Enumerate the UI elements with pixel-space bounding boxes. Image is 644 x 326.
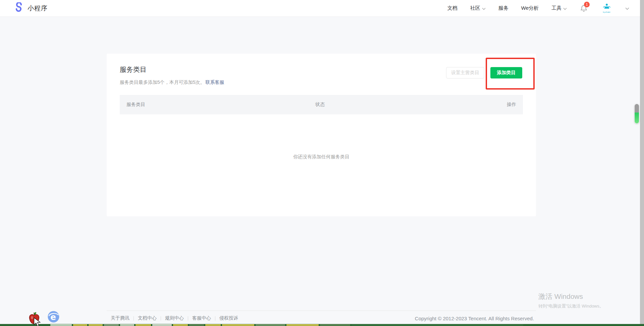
nav-menu: 文档 社区 服务 We分析 工具 1: [447, 3, 629, 13]
add-category-button[interactable]: 添加类目: [490, 67, 522, 78]
empty-state-text: 你还没有添加任何服务类目: [120, 154, 523, 160]
background-window-strip: [0, 324, 644, 326]
strip-segment: [50, 324, 72, 326]
set-main-category-button[interactable]: 设置主营类目: [446, 67, 484, 78]
strip-segment: [320, 324, 350, 326]
scroll-progress-indicator[interactable]: [635, 104, 639, 123]
chevron-down-icon: [563, 5, 567, 11]
description-text: 服务类目最多添加5个，本月可添加5次。: [120, 79, 205, 85]
nav-item-docs[interactable]: 文档: [447, 5, 458, 11]
avatar-account-name: kychakr: [603, 11, 611, 13]
strip-segment: [286, 324, 319, 326]
category-table: 服务类目 状态 操作 你还没有添加任何服务类目: [120, 95, 523, 160]
nav-item-community[interactable]: 社区: [470, 5, 486, 11]
panel-header: 服务类目 服务类目最多添加5个，本月可添加5次。联系客服 设置主营类目 添加类目: [107, 54, 536, 86]
nav-item-services[interactable]: 服务: [498, 5, 508, 11]
brand[interactable]: 小程序: [13, 2, 48, 14]
mini-program-logo-icon: [13, 2, 24, 14]
nav-label: 文档: [447, 5, 458, 11]
strip-segment: [222, 324, 254, 326]
strip-segment: [89, 324, 103, 326]
service-category-panel: 服务类目 服务类目最多添加5个，本月可添加5次。联系客服 设置主营类目 添加类目…: [107, 54, 536, 216]
internet-explorer-icon[interactable]: e: [48, 311, 59, 324]
mouse-cursor-icon: [33, 317, 41, 326]
footer-link-docs-center[interactable]: 文档中心: [134, 315, 161, 321]
windows-activation-watermark: 激活 Windows 转到“电脑设置”以激活 Windows。: [538, 292, 604, 309]
strip-segment: [152, 324, 172, 326]
column-header-category: 服务类目: [120, 102, 315, 108]
app-title: 小程序: [28, 4, 48, 13]
panel-description: 服务类目最多添加5个，本月可添加5次。联系客服: [120, 79, 523, 86]
strip-segment: [104, 324, 119, 326]
strip-segment: [136, 324, 151, 326]
strip-segment: [73, 324, 87, 326]
notification-bell-button[interactable]: 1: [580, 4, 588, 13]
footer-link-rules-center[interactable]: 规则中心: [161, 315, 188, 321]
strip-segment: [256, 324, 285, 326]
nav-label: 工具: [551, 5, 561, 11]
column-header-actions: 操作: [507, 102, 523, 108]
copyright-text: Copyright © 2012-2023 Tencent. All Right…: [415, 316, 536, 321]
bell-icon: [580, 8, 588, 13]
notification-badge: 1: [584, 2, 590, 7]
contact-support-link[interactable]: 联系客服: [206, 79, 224, 85]
nav-item-tools[interactable]: 工具: [551, 5, 567, 11]
watermark-line2: 转到“电脑设置”以激活 Windows。: [538, 303, 604, 309]
footer-link-infringement-complaint[interactable]: 侵权投诉: [215, 315, 242, 321]
nav-label: We分析: [521, 5, 539, 11]
account-avatar-button[interactable]: kychakr: [601, 3, 612, 13]
footer-link-support-center[interactable]: 客服中心: [188, 315, 215, 321]
strip-segment: [173, 324, 188, 326]
column-header-status: 状态: [315, 102, 507, 108]
chevron-down-icon: [482, 5, 486, 11]
nav-label: 服务: [498, 5, 508, 11]
watermark-line1: 激活 Windows: [538, 292, 604, 301]
strip-segment: [352, 324, 523, 326]
nav-item-we-analytics[interactable]: We分析: [521, 5, 539, 11]
top-navigation-bar: 小程序 文档 社区 服务 We分析 工具: [0, 0, 644, 17]
footer-link-about-tencent[interactable]: 关于腾讯: [107, 315, 133, 321]
strip-segment: [189, 324, 204, 326]
page-footer: 关于腾讯 文档中心 规则中心 客服中心 侵权投诉 Copyright © 201…: [107, 311, 536, 321]
strip-segment: [205, 324, 221, 326]
avatar-logo-icon: [602, 3, 611, 11]
vertical-scrollbar[interactable]: [640, 0, 644, 326]
account-chevron-down-icon[interactable]: [625, 5, 629, 11]
table-header-row: 服务类目 状态 操作: [120, 95, 523, 114]
nav-label: 社区: [470, 5, 480, 11]
strip-segment: [120, 324, 134, 326]
